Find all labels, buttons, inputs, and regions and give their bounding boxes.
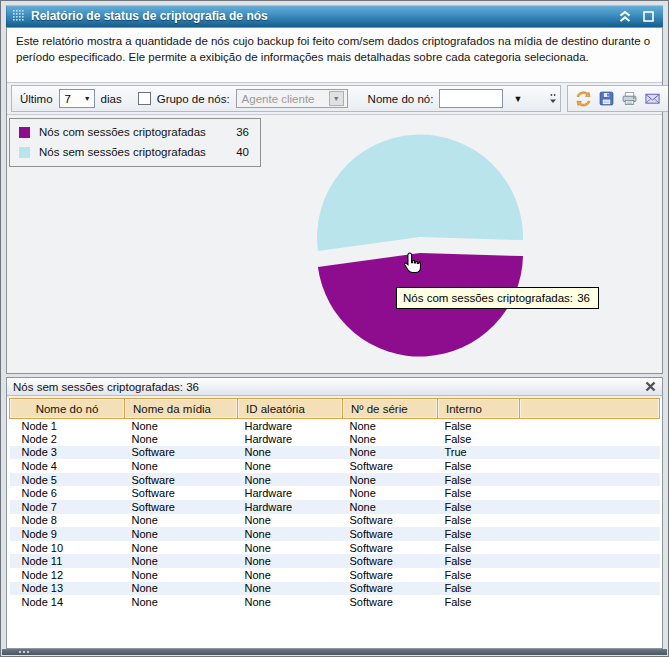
table-cell: None <box>125 419 238 433</box>
table-cell: False <box>438 473 520 487</box>
table-cell: Hardware <box>238 432 343 446</box>
node-name-label: Nome do nó: <box>368 93 434 105</box>
node-group-checkbox[interactable] <box>138 92 151 105</box>
table-cell-filler <box>520 446 660 460</box>
table-cell-filler <box>520 514 660 528</box>
table-cell-filler <box>520 554 660 568</box>
table-row[interactable]: Node 8NoneNoneSoftwareFalse <box>10 514 660 528</box>
print-icon[interactable] <box>620 90 638 108</box>
table-cell: None <box>343 432 438 446</box>
table-cell: None <box>238 568 343 582</box>
table-row[interactable]: Node 14NoneNoneSoftwareFalse <box>10 595 660 609</box>
table-cell: Hardware <box>238 486 343 500</box>
period-label: Último <box>20 93 53 105</box>
column-header[interactable]: ID aleatória <box>238 399 343 419</box>
titlebar[interactable]: Relatório de status de criptografia de n… <box>6 5 663 27</box>
table-cell: Software <box>343 527 438 541</box>
drag-grip-icon[interactable] <box>13 7 24 25</box>
legend-swatch-icon <box>19 127 30 138</box>
action-icons-group <box>567 85 669 112</box>
table-cell-filler <box>520 432 660 446</box>
node-group-dropdown[interactable]: Agente cliente ▼ <box>236 89 348 108</box>
table-cell: False <box>438 541 520 555</box>
collapse-panel-icon[interactable] <box>617 8 633 24</box>
toolbar-overflow-icon[interactable] <box>545 91 558 111</box>
table-cell-filler <box>520 582 660 596</box>
table-cell: None <box>343 446 438 460</box>
table-cell: None <box>238 459 343 473</box>
table-cell: Node 11 <box>10 554 125 568</box>
table-row[interactable]: Node 13NoneNoneSoftwareFalse <box>10 582 660 596</box>
node-name-input[interactable] <box>439 89 503 108</box>
legend-value: 40 <box>236 146 251 158</box>
table-cell: True <box>438 446 520 460</box>
table-cell: Node 1 <box>10 419 125 433</box>
window-title: Relatório de status de criptografia de n… <box>31 9 610 23</box>
table-cell: None <box>125 514 238 528</box>
table-cell: Software <box>343 541 438 555</box>
table-cell: None <box>343 500 438 514</box>
table-row[interactable]: Node 3SoftwareNoneNoneTrue <box>10 446 660 460</box>
refresh-icon[interactable] <box>574 90 592 108</box>
legend-label: Nós com sessões criptografadas <box>39 126 206 138</box>
table-cell: False <box>438 554 520 568</box>
table-cell: False <box>438 500 520 514</box>
column-header[interactable]: Nome da mídia <box>125 399 238 419</box>
table-cell: Node 10 <box>10 541 125 555</box>
table-cell-filler <box>520 527 660 541</box>
tooltip-label: Nós com sessões criptografadas: <box>403 292 573 304</box>
table-cell: Node 3 <box>10 446 125 460</box>
chart-tooltip: Nós com sessões criptografadas: 36 <box>396 287 599 309</box>
table-cell-filler <box>520 473 660 487</box>
table-row[interactable]: Node 7SoftwareHardwareNoneFalse <box>10 500 660 514</box>
table-row[interactable]: Node 1NoneHardwareNoneFalse <box>10 419 660 433</box>
node-name-dropdown-icon[interactable]: ▼ <box>509 94 526 104</box>
table-row[interactable]: Node 9NoneNoneSoftwareFalse <box>10 527 660 541</box>
legend-item[interactable]: Nós com sessões criptografadas36 <box>19 126 251 138</box>
table-cell: Software <box>343 554 438 568</box>
table-cell: None <box>125 541 238 555</box>
node-group-label: Grupo de nós: <box>157 93 230 105</box>
maximize-panel-icon[interactable] <box>640 8 656 24</box>
node-table-container: Nome do nóNome da mídiaID aleatóriaNº de… <box>7 398 662 648</box>
table-cell: Software <box>125 446 238 460</box>
close-icon[interactable] <box>643 380 657 394</box>
table-cell: None <box>343 419 438 433</box>
column-header[interactable]: Nome do nó <box>10 399 125 419</box>
period-dropdown[interactable]: 7 ▼ <box>59 89 95 108</box>
table-row[interactable]: Node 5SoftwareNoneNoneFalse <box>10 473 660 487</box>
pie-chart-area: Nós com sessões criptografadas36Nós sem … <box>7 115 662 373</box>
table-row[interactable]: Node 12NoneNoneSoftwareFalse <box>10 568 660 582</box>
node-table: Nome do nóNome da mídiaID aleatóriaNº de… <box>9 398 660 609</box>
table-row[interactable]: Node 2NoneHardwareNoneFalse <box>10 432 660 446</box>
table-row[interactable]: Node 6SoftwareHardwareNoneFalse <box>10 486 660 500</box>
email-icon[interactable] <box>643 90 661 108</box>
next-panel-titlebar[interactable] <box>2 649 667 655</box>
table-cell: Node 6 <box>10 486 125 500</box>
table-cell: False <box>438 419 520 433</box>
table-cell: None <box>238 473 343 487</box>
table-row[interactable]: Node 11NoneNoneSoftwareFalse <box>10 554 660 568</box>
column-header[interactable]: Nº de série <box>343 399 438 419</box>
filter-toolbar: Último 7 ▼ dias Grupo de nós: Agente cli… <box>7 82 662 115</box>
legend-item[interactable]: Nós sem sessões criptografadas40 <box>19 146 251 158</box>
table-cell: Hardware <box>238 419 343 433</box>
table-cell: None <box>238 582 343 596</box>
table-cell: None <box>238 541 343 555</box>
column-header[interactable]: Interno <box>438 399 520 419</box>
table-cell: Node 8 <box>10 514 125 528</box>
node-group-value: Agente cliente <box>242 93 315 105</box>
table-cell: None <box>125 595 238 609</box>
table-cell: Software <box>343 514 438 528</box>
save-icon[interactable] <box>597 90 615 108</box>
table-cell: None <box>125 582 238 596</box>
detail-table-panel: Nós sem sessões criptografadas: 36 Nome … <box>6 377 663 649</box>
table-cell: Software <box>343 568 438 582</box>
table-cell: Node 13 <box>10 582 125 596</box>
table-cell: False <box>438 595 520 609</box>
pie-slice-sem-criptografia[interactable] <box>317 135 523 251</box>
table-row[interactable]: Node 10NoneNoneSoftwareFalse <box>10 541 660 555</box>
column-header-filler <box>520 399 660 419</box>
table-cell: None <box>343 486 438 500</box>
table-row[interactable]: Node 4NoneNoneSoftwareFalse <box>10 459 660 473</box>
